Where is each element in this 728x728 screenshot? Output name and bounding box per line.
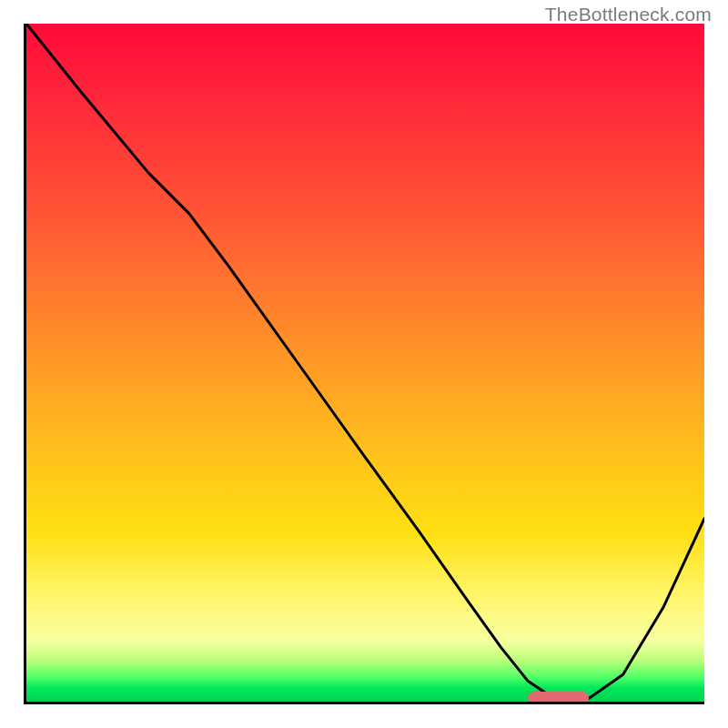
watermark-text: TheBottleneck.com (545, 4, 712, 25)
plot-area (24, 24, 704, 704)
curve-layer (26, 24, 704, 702)
bottleneck-chart: TheBottleneck.com (0, 0, 728, 728)
bottleneck-curve (26, 24, 704, 698)
optimal-range-marker (528, 692, 589, 704)
